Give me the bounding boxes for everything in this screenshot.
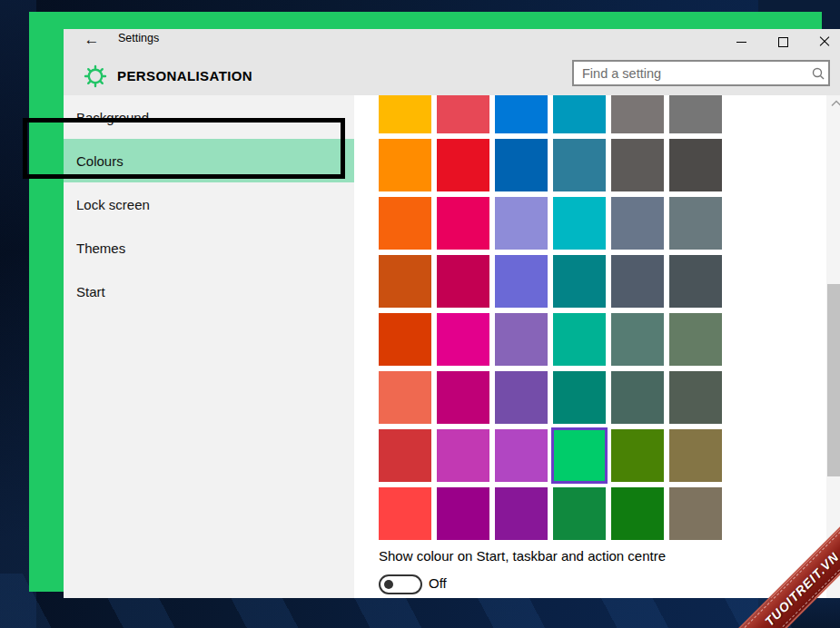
color-swatch-00cc6a[interactable] — [553, 429, 606, 482]
color-swatch-9a0089[interactable] — [437, 487, 489, 540]
color-swatch-5d5a58[interactable] — [611, 139, 664, 191]
color-swatch-00b7c3[interactable] — [553, 197, 606, 250]
color-swatch-0063b1[interactable] — [495, 139, 548, 191]
color-swatch-7e735f[interactable] — [669, 487, 722, 540]
color-swatch-038387[interactable] — [553, 255, 606, 308]
color-swatch-647c64[interactable] — [669, 313, 722, 366]
sidebar-item-colours[interactable]: Colours — [64, 139, 354, 182]
color-swatch-ea005e[interactable] — [437, 197, 489, 250]
caption-buttons — [720, 29, 840, 54]
color-swatch-e74856[interactable] — [437, 95, 489, 133]
color-swatch-68768a[interactable] — [611, 197, 664, 250]
chevron-up-icon — [831, 100, 840, 107]
color-swatch-018574[interactable] — [553, 371, 606, 424]
window-topbar: ← Settings — [64, 29, 840, 95]
settings-gear-icon — [83, 64, 108, 89]
color-swatch-4c4a48[interactable] — [669, 139, 722, 191]
desktop: ← Settings — [0, 0, 840, 628]
color-swatch-c30052[interactable] — [437, 255, 489, 308]
color-swatch-ef6950[interactable] — [379, 371, 431, 424]
color-swatch-da3b01[interactable] — [379, 313, 431, 366]
show-colour-label: Show colour on Start, taskbar and action… — [379, 548, 666, 564]
sidebar-item-themes[interactable]: Themes — [64, 226, 354, 270]
color-swatch-8e8cd8[interactable] — [495, 197, 548, 250]
color-swatch-744da9[interactable] — [495, 371, 548, 424]
color-swatch-107c10[interactable] — [611, 487, 664, 540]
color-swatch-4a5459[interactable] — [669, 255, 722, 308]
search-box[interactable] — [572, 60, 830, 86]
search-input[interactable] — [574, 66, 808, 81]
color-swatch-6b69d6[interactable] — [495, 255, 548, 308]
back-arrow-icon: ← — [84, 31, 100, 49]
color-swatch-10893e[interactable] — [553, 487, 606, 540]
color-swatch-881798[interactable] — [495, 487, 548, 540]
color-swatch-498205[interactable] — [611, 429, 664, 482]
color-swatch-bf0077[interactable] — [437, 371, 489, 424]
color-swatch-ff4343[interactable] — [379, 487, 431, 540]
color-swatch-525e54[interactable] — [669, 371, 722, 424]
color-swatch-7a7574[interactable] — [611, 95, 664, 133]
back-button[interactable]: ← — [80, 30, 104, 50]
sidebar-item-start[interactable]: Start — [64, 270, 354, 313]
color-swatch-767676[interactable] — [669, 95, 722, 133]
color-swatch-486860[interactable] — [611, 371, 664, 424]
page-title: PERSONALISATION — [117, 68, 252, 83]
minimize-button[interactable] — [720, 29, 762, 54]
maximize-icon — [778, 37, 788, 47]
color-swatch-e81123[interactable] — [437, 139, 489, 191]
settings-window: ← Settings — [64, 29, 840, 598]
accent-color-grid-viewport — [379, 95, 727, 544]
maximize-button[interactable] — [762, 29, 804, 54]
minimize-icon — [736, 42, 746, 43]
color-swatch-8764b8[interactable] — [495, 313, 548, 366]
scroll-up-button[interactable] — [826, 97, 840, 110]
sidebar: BackgroundColoursLock screenThemesStart — [64, 95, 354, 598]
close-button[interactable] — [804, 29, 840, 54]
color-swatch-d13438[interactable] — [379, 429, 431, 482]
sidebar-item-background[interactable]: Background — [64, 95, 354, 139]
sidebar-item-lock-screen[interactable]: Lock screen — [64, 182, 354, 226]
color-swatch-c239b3[interactable] — [437, 429, 489, 482]
app-title: Settings — [118, 32, 159, 44]
color-swatch-b146c2[interactable] — [495, 429, 548, 482]
color-swatch-847545[interactable] — [669, 429, 722, 482]
scrollbar-thumb[interactable] — [827, 284, 840, 476]
color-swatch-2d7d9a[interactable] — [553, 139, 606, 191]
window-highlight-frame: ← Settings — [29, 12, 822, 592]
accent-color-grid — [379, 95, 722, 540]
colour-toggle[interactable] — [379, 574, 422, 594]
color-swatch-ff8c00[interactable] — [379, 139, 431, 191]
toggle-state-label: Off — [429, 575, 447, 591]
color-swatch-69797e[interactable] — [669, 197, 722, 250]
color-swatch-e3008c[interactable] — [437, 313, 489, 366]
color-swatch-00b294[interactable] — [553, 313, 606, 366]
search-icon — [808, 66, 828, 81]
color-swatch-0078d7[interactable] — [495, 95, 548, 133]
color-swatch-ffb900[interactable] — [379, 95, 431, 133]
color-swatch-ca5010[interactable] — [379, 255, 431, 308]
color-swatch-515c6b[interactable] — [611, 255, 664, 308]
color-swatch-0099bc[interactable] — [553, 95, 606, 133]
close-icon — [819, 36, 830, 47]
scrollbar[interactable] — [826, 95, 840, 598]
toggle-knob — [384, 580, 393, 589]
color-swatch-567c73[interactable] — [611, 313, 664, 366]
color-swatch-f7630c[interactable] — [379, 197, 431, 250]
